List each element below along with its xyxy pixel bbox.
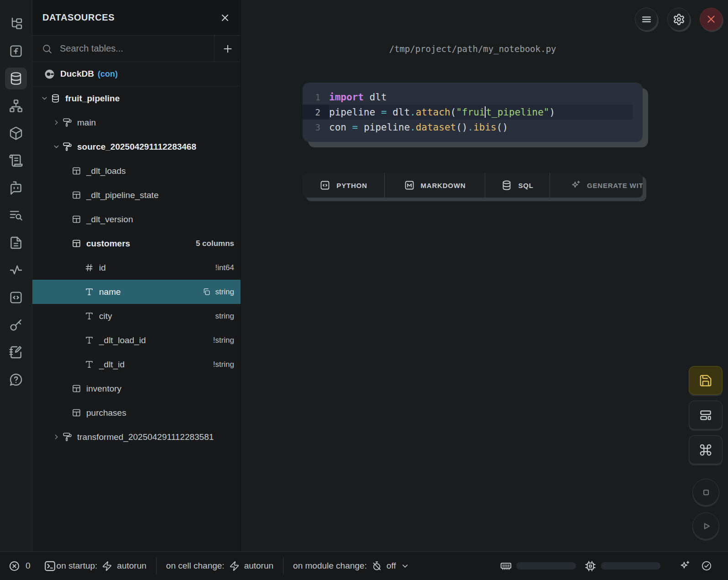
file-path: /tmp/project/path/my_notebook.py (303, 44, 643, 54)
rail-file-text[interactable] (5, 232, 27, 254)
rail-file-tree[interactable] (5, 13, 27, 35)
notebook-area: /tmp/project/path/my_notebook.py 1 impor… (241, 0, 728, 551)
tree-item-source[interactable]: source_202504291112283468 (32, 135, 241, 159)
tree-item-_dlt_loads[interactable]: _dlt_loads (32, 159, 241, 183)
rail-notebook-pen[interactable] (5, 341, 27, 363)
shortcuts-button[interactable] (689, 435, 723, 464)
rail-bot-message[interactable] (5, 177, 27, 199)
panel-header: DATASOURCES (32, 0, 241, 36)
table-icon (72, 239, 81, 248)
code-line-3: 3 con = pipeline.dataset().ibis() (303, 120, 643, 135)
add-python-label: PYTHON (336, 182, 367, 189)
table-icon (72, 408, 81, 418)
tree-item-col-id[interactable]: id !int64 (32, 256, 241, 280)
tree-item-label: transformed_202504291112283581 (77, 432, 214, 442)
generate-with-ai-button[interactable]: GENERATE WITH AI (550, 173, 643, 198)
layout-button[interactable] (689, 401, 723, 429)
close-panel-button[interactable] (220, 12, 230, 23)
memory-meter-track (516, 562, 576, 570)
tree-item-purchases[interactable]: purchases (32, 401, 241, 425)
copy-icon[interactable] (202, 287, 211, 296)
tree-item-_dlt_pipeline_state[interactable]: _dlt_pipeline_state (32, 183, 241, 207)
tree-item-col-dlt-load-id[interactable]: _dlt_load_id !string (32, 328, 241, 352)
column-type: string (215, 312, 234, 321)
code-cell[interactable]: 1 import dlt 2 pipeline = dlt.attach("fr… (303, 83, 643, 142)
tree-item-col-city[interactable]: city string (32, 304, 241, 328)
tree-item-col-dlt-id[interactable]: _dlt_id !string (32, 352, 241, 376)
code-line-1: 1 import dlt (303, 89, 643, 105)
tree-item-col-name[interactable]: name string (32, 280, 241, 304)
tree-item-label: city (99, 311, 112, 321)
square-m-icon (404, 180, 415, 191)
tree-item-label: main (77, 118, 96, 128)
tree-item-fruit_pipeline[interactable]: fruit_pipeline (32, 86, 241, 110)
app-window: DATASOURCES DuckDB (con) fruit_pipeline … (0, 0, 728, 551)
on-cell-change-setting[interactable]: on cell change: autorun (166, 561, 273, 571)
rail-code-square[interactable] (5, 287, 27, 308)
menu-button[interactable] (635, 8, 658, 31)
setting-label: on cell change: (166, 561, 225, 571)
close-button[interactable] (700, 8, 723, 31)
rail-function-square[interactable] (5, 40, 27, 62)
tree-item-label: _dlt_pipeline_state (86, 190, 158, 200)
table-icon (72, 384, 81, 393)
connection-row-duckdb[interactable]: DuckDB (con) (32, 62, 241, 86)
line-number: 1 (303, 89, 329, 105)
rail-scroll-text[interactable] (5, 150, 27, 172)
code-text: pipeline = dlt.attach("fruit_pipeline") (329, 105, 633, 120)
activity-bar (0, 0, 32, 551)
paint-roller-icon (63, 142, 72, 152)
connection-name: DuckDB (60, 69, 94, 79)
table-icon (72, 166, 81, 176)
kernel-status-button[interactable] (701, 560, 712, 572)
tree-item-_dlt_version[interactable]: _dlt_version (32, 207, 241, 231)
setting-value: autorun (117, 561, 146, 571)
chevron-right-icon (52, 433, 60, 441)
table-icon (72, 190, 81, 200)
setting-value: off (387, 561, 396, 571)
type-icon (84, 335, 94, 345)
column-type: !string (213, 360, 234, 369)
line-number: 3 (303, 120, 329, 135)
setting-value: autorun (244, 561, 273, 571)
table-icon (72, 214, 81, 224)
code-text: import dlt (329, 89, 633, 105)
rail-package[interactable] (5, 122, 27, 144)
search-icon (42, 43, 52, 54)
add-sql-button[interactable]: SQL (485, 173, 550, 198)
tree-item-inventory[interactable]: inventory (32, 376, 241, 401)
search-input[interactable] (60, 43, 209, 54)
ai-status-button[interactable] (679, 560, 691, 572)
status-bar: 0 on startup: autorun on cell change: au… (0, 551, 728, 580)
window-controls (635, 8, 723, 31)
tree-item-customers[interactable]: customers 5 columns (32, 231, 241, 256)
sparkles-icon (570, 180, 581, 191)
add-python-button[interactable]: PYTHON (303, 173, 385, 198)
rail-help-message[interactable] (5, 369, 27, 391)
add-markdown-button[interactable]: MARKDOWN (385, 173, 485, 198)
settings-button[interactable] (667, 8, 690, 31)
tree-item-label: _dlt_load_id (99, 335, 146, 345)
rail-activity[interactable] (5, 259, 27, 281)
cpu-meter (584, 560, 660, 572)
terminal-button[interactable] (43, 559, 57, 573)
save-button[interactable] (689, 366, 723, 395)
add-datasource-button[interactable] (214, 36, 241, 62)
run-button[interactable] (692, 512, 719, 539)
tree-item-label: purchases (86, 408, 126, 418)
rail-network[interactable] (5, 95, 27, 117)
tree-item-label: _dlt_id (99, 360, 125, 370)
on-startup-setting[interactable]: on startup: autorun (57, 561, 147, 571)
hash-icon (84, 263, 94, 272)
rail-key[interactable] (5, 314, 27, 336)
tree-item-main[interactable]: main (32, 110, 241, 135)
tree-item-transformed[interactable]: transformed_202504291112283581 (32, 425, 241, 449)
error-indicator[interactable]: 0 (8, 560, 31, 572)
rail-database[interactable] (5, 68, 27, 89)
on-module-change-setting[interactable]: on module change: off (293, 561, 409, 571)
divider (156, 557, 157, 575)
rail-list-search[interactable] (5, 204, 27, 226)
column-count: 5 columns (196, 239, 234, 248)
stop-button[interactable] (692, 479, 719, 506)
search-box (32, 36, 214, 62)
